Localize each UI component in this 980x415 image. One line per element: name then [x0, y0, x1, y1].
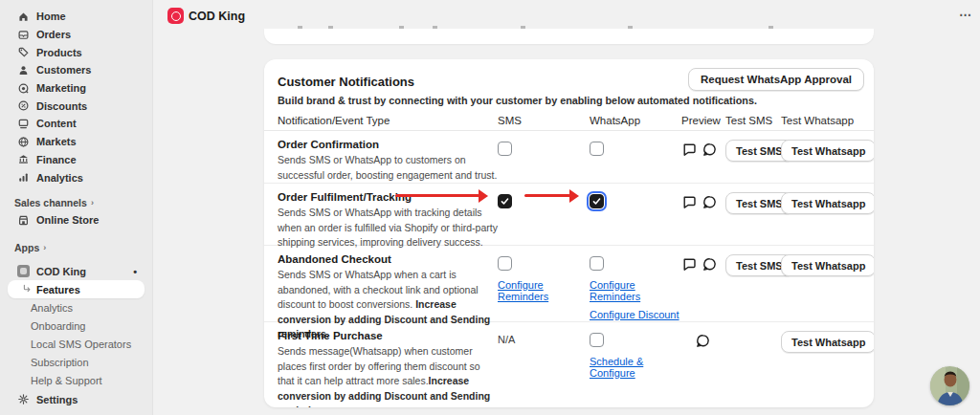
table-body: Order Confirmation Sends SMS or WhatsApp… — [264, 131, 874, 407]
whatsapp-checkbox[interactable] — [590, 333, 604, 347]
customers-icon — [17, 64, 30, 76]
test-whatsapp-button[interactable]: Test Whatsapp — [781, 331, 874, 353]
column-header-sms: SMS — [498, 115, 590, 126]
test-whatsapp-button[interactable]: Test Whatsapp — [781, 254, 874, 276]
sidebar-item-home[interactable]: Home — [0, 8, 152, 26]
marketing-icon — [17, 82, 30, 95]
sidebar-item-customers[interactable]: Customers — [0, 61, 152, 79]
sales-channels-header[interactable]: Sales channels › — [0, 194, 152, 211]
sidebar-item-markets[interactable]: Markets — [0, 133, 152, 151]
sidebar-item-settings[interactable]: Settings — [0, 390, 152, 408]
table-row-order-confirmation: Order Confirmation Sends SMS or WhatsApp… — [264, 131, 874, 184]
table-header-row: Notification/Event Type SMS WhatsApp Pre… — [264, 110, 874, 131]
apps-header[interactable]: Apps › — [0, 239, 152, 256]
sidebar-item-discounts[interactable]: Discounts — [0, 97, 152, 115]
column-header-preview: Preview — [681, 115, 725, 126]
sidebar-item-analytics[interactable]: Analytics — [0, 168, 152, 186]
sidebar-item-label: Marketing — [36, 82, 86, 94]
sidebar-item-features-selected[interactable]: Features — [8, 280, 145, 298]
red-arrow-to-whatsapp-checkbox — [524, 194, 570, 197]
table-row-first-time-purchase: First Time Purchase Sends message(Whatsa… — [264, 322, 874, 407]
chevron-right-icon: › — [91, 198, 94, 208]
more-options-icon[interactable]: ⋯ — [959, 8, 972, 22]
cod-king-app-icon — [17, 265, 30, 277]
sidebar-item-label: Content — [36, 118, 77, 129]
sms-preview-icon[interactable] — [681, 256, 698, 276]
sidebar-item-label: Features — [36, 284, 80, 295]
test-whatsapp-button[interactable]: Test Whatsapp — [781, 140, 874, 162]
configure-reminders-sms-link[interactable]: Configure Reminders — [498, 279, 590, 302]
table-row-abandoned-checkout: Abandoned Checkout Sends SMS or WhatsApp… — [264, 246, 874, 322]
sidebar-item-cod-king-app[interactable]: COD King • — [0, 263, 152, 281]
home-icon — [17, 11, 30, 23]
sidebar-item-label: Home — [36, 11, 66, 22]
sidebar-item-subscription[interactable]: Subscription — [0, 353, 152, 371]
sms-preview-icon[interactable] — [681, 142, 698, 162]
sidebar-item-products[interactable]: Products — [0, 43, 152, 61]
sidebar-item-label: Markets — [36, 136, 77, 147]
whatsapp-preview-icon[interactable] — [702, 142, 718, 162]
schedule-configure-link[interactable]: Schedule & Configure — [590, 356, 681, 379]
sidebar: Home Orders Products Customers Marketing… — [0, 0, 153, 415]
sidebar-item-label: COD King — [36, 266, 86, 277]
sms-not-available: N/A — [498, 330, 590, 345]
elbow-arrow-icon — [21, 283, 33, 296]
row-title: Order Confirmation — [278, 139, 498, 150]
test-whatsapp-button[interactable]: Test Whatsapp — [781, 192, 874, 214]
whatsapp-checkbox[interactable] — [590, 194, 604, 208]
user-avatar[interactable] — [930, 366, 969, 405]
finance-icon — [17, 153, 30, 165]
sidebar-item-label: Finance — [36, 154, 77, 165]
configure-reminders-whatsapp-link[interactable]: Configure Reminders — [590, 279, 681, 302]
configure-discount-link[interactable]: Configure Discount — [590, 309, 679, 320]
analytics-icon — [17, 171, 30, 184]
row-title: Abandoned Checkout — [278, 253, 498, 265]
discounts-icon — [17, 99, 30, 112]
sidebar-item-orders[interactable]: Orders — [0, 26, 152, 44]
markets-icon — [17, 136, 30, 148]
sidebar-item-help-support[interactable]: Help & Support — [0, 371, 152, 389]
column-header-test-sms: Test SMS — [725, 115, 781, 126]
row-title: First Time Purchase — [278, 330, 498, 341]
whatsapp-preview-icon[interactable] — [702, 194, 718, 214]
request-whatsapp-approval-button[interactable]: Request WhatsApp Approval — [688, 68, 864, 91]
sidebar-item-finance[interactable]: Finance — [0, 151, 152, 169]
column-header-whatsapp: WhatsApp — [590, 115, 681, 126]
products-icon — [17, 46, 30, 58]
sidebar-item-label: Discounts — [36, 100, 87, 112]
whatsapp-checkbox[interactable] — [590, 256, 604, 271]
whatsapp-preview-icon[interactable] — [695, 333, 711, 353]
sidebar-item-label: Online Store — [36, 214, 99, 226]
row-description: Sends SMS or WhatsApp with tracking deta… — [278, 206, 500, 251]
previous-card-partial — [264, 29, 874, 44]
app-topbar: COD King ⋯ — [154, 0, 980, 29]
app-title: COD King — [167, 8, 245, 24]
sidebar-item-online-store[interactable]: Online Store — [0, 211, 152, 229]
storefront-icon — [17, 214, 30, 227]
whatsapp-preview-icon[interactable] — [702, 256, 718, 276]
sidebar-item-content[interactable]: Content — [0, 115, 152, 133]
sidebar-item-label: Customers — [36, 64, 91, 76]
card-subtitle: Build brand & trust by connecting with y… — [278, 95, 757, 106]
row-description: Sends message(Whatsapp) when customer pl… — [278, 344, 500, 407]
column-header-test-whatsapp: Test Whatsapp — [781, 115, 864, 126]
sidebar-item-label: Orders — [36, 29, 71, 40]
sidebar-item-label: Analytics — [36, 172, 83, 184]
sidebar-item-label: Products — [36, 47, 82, 58]
row-description: Sends SMS or WhatsApp to customers on su… — [278, 153, 500, 183]
sms-checkbox[interactable] — [498, 256, 512, 271]
sidebar-item-local-sms-operators[interactable]: Local SMS Operators — [0, 335, 152, 353]
sidebar-item-marketing[interactable]: Marketing — [0, 79, 152, 98]
sidebar-item-app-analytics[interactable]: Analytics — [0, 298, 152, 317]
content-icon — [17, 118, 30, 130]
whatsapp-checkbox[interactable] — [590, 142, 604, 156]
cod-king-logo-icon — [167, 8, 184, 24]
sidebar-item-label: Settings — [36, 394, 78, 405]
sidebar-item-onboarding[interactable]: Onboarding — [0, 317, 152, 335]
row-title: Order Fulfilment/Tracking — [278, 191, 498, 203]
sms-checkbox[interactable] — [498, 142, 512, 156]
sms-preview-icon[interactable] — [681, 194, 698, 214]
sms-checkbox[interactable] — [498, 194, 512, 208]
table-row-order-fulfilment-tracking: Order Fulfilment/Tracking Sends SMS or W… — [264, 184, 874, 246]
card-title: Customer Notifications — [278, 75, 414, 89]
